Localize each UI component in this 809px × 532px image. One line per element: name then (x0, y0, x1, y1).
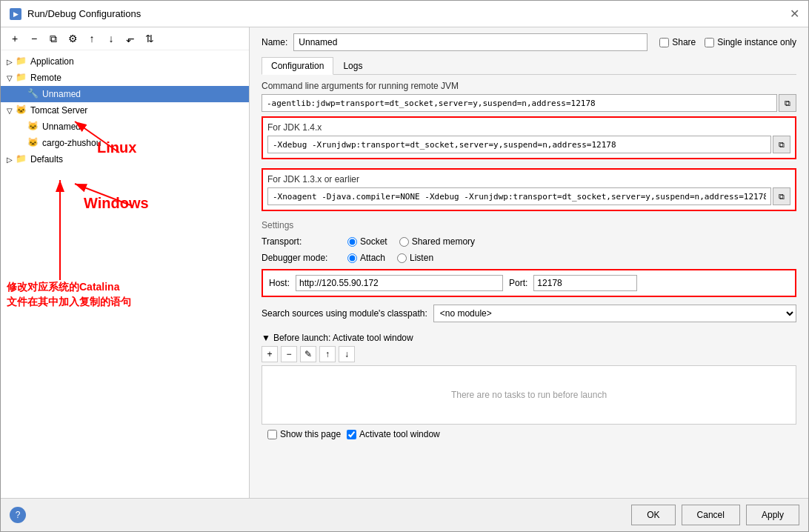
bl-remove-button[interactable]: − (281, 346, 297, 362)
debugger-attach[interactable]: Attach (347, 253, 385, 263)
bl-down-button[interactable]: ↓ (339, 346, 355, 362)
move-up-button[interactable]: ↑ (84, 30, 100, 47)
cargo-icon: 🐱 (27, 137, 39, 149)
cargo-label: cargo-zhushou (42, 138, 101, 148)
tree-item-defaults[interactable]: ▷ 📁 Defaults (1, 151, 249, 167)
port-input[interactable] (533, 275, 637, 291)
cmd-label: Command line arguments for running remot… (262, 81, 796, 91)
toggle-remote[interactable]: ▽ (4, 72, 16, 84)
jdk13-copy-button[interactable]: ⧉ (773, 187, 790, 205)
host-label: Host: (269, 278, 290, 288)
help-button[interactable]: ? (10, 507, 26, 523)
jdk14-field-wrapper: ⧉ (267, 136, 790, 153)
bl-up-button[interactable]: ↑ (319, 346, 336, 362)
tree-item-cargo[interactable]: 🐱 cargo-zhushou (1, 135, 249, 151)
transport-label: Transport: (262, 236, 336, 247)
defaults-label: Defaults (30, 154, 63, 164)
bl-add-button[interactable]: + (262, 346, 278, 362)
socket-radio[interactable] (347, 237, 357, 247)
tree-item-unnamed[interactable]: 🔧 Unnamed (1, 86, 249, 102)
bl-edit-button[interactable]: ✎ (300, 346, 316, 362)
cmd-copy-button[interactable]: ⧉ (779, 94, 796, 112)
remove-config-button[interactable]: − (26, 30, 42, 47)
debugger-mode-row: Debugger mode: Attach Listen (262, 253, 796, 263)
remote-label: Remote (30, 73, 61, 83)
folder-icon: 📁 (16, 56, 27, 67)
jdk13-field-wrapper: ⧉ (267, 187, 790, 205)
settings-config-button[interactable]: ⚙ (64, 30, 81, 47)
jdk14-input[interactable] (267, 136, 771, 153)
left-panel-inner: ▷ 📁 Application ▽ 📁 Remote 🔧 Un (1, 50, 249, 498)
attach-radio[interactable] (347, 253, 357, 263)
before-launch-section: ▼ Before launch: Activate tool window + … (262, 333, 796, 425)
listen-radio[interactable] (397, 253, 407, 263)
toggle-tomcat-unnamed (16, 121, 27, 133)
tab-logs[interactable]: Logs (333, 57, 372, 74)
tomcat-server-label: Tomcat Server (30, 105, 87, 116)
before-launch-header[interactable]: ▼ Before launch: Activate tool window (262, 333, 796, 343)
defaults-icon: 📁 (16, 153, 27, 165)
name-input[interactable] (293, 33, 647, 51)
transport-socket[interactable]: Socket (347, 236, 387, 247)
remote-config-icon: 🔧 (27, 88, 39, 100)
cmd-input[interactable] (262, 94, 777, 112)
activate-item: Activate tool window (347, 429, 440, 439)
share-label: Share (672, 37, 696, 47)
toggle-unnamed (16, 88, 27, 100)
jdk13-label: For JDK 1.3.x or earlier (267, 174, 790, 184)
title-bar: ▶ Run/Debug Configurations ✕ (1, 1, 808, 27)
socket-label: Socket (360, 236, 387, 247)
config-tree: ▷ 📁 Application ▽ 📁 Remote 🔧 Un (1, 50, 249, 498)
tree-item-tomcat-server[interactable]: ▽ 🐱 Tomcat Server (1, 102, 249, 119)
name-label: Name: (262, 37, 287, 47)
single-instance-label: Single instance only (717, 37, 796, 47)
tree-item-remote[interactable]: ▽ 📁 Remote (1, 70, 249, 86)
show-page-label: Show this page (280, 429, 341, 439)
classpath-select[interactable]: <no module> (433, 305, 796, 322)
tree-item-tomcat-unnamed[interactable]: 🐱 Unnamed (1, 119, 249, 135)
sort-button[interactable]: ⇅ (142, 30, 158, 47)
add-config-button[interactable]: + (7, 30, 23, 47)
share-item: Share (659, 37, 696, 47)
share-row: Share Single instance only (659, 37, 796, 47)
close-button[interactable]: ✕ (790, 7, 799, 21)
run-debug-window: ▶ Run/Debug Configurations ✕ + − ⧉ ⚙ ↑ ↓… (0, 0, 809, 532)
tomcat-config-icon: 🐱 (27, 121, 39, 133)
show-page-checkbox[interactable] (267, 430, 277, 439)
settings-label: Settings (262, 220, 796, 230)
single-instance-item: Single instance only (705, 37, 796, 47)
single-instance-checkbox[interactable] (705, 38, 714, 47)
title-bar-left: ▶ Run/Debug Configurations (10, 8, 141, 20)
toggle-tomcat[interactable]: ▽ (4, 104, 16, 116)
jdk13-input[interactable] (267, 187, 771, 205)
host-input[interactable] (296, 275, 503, 291)
footer-left: ? (10, 505, 625, 525)
toggle-application[interactable]: ▷ (4, 56, 16, 67)
ok-button[interactable]: OK (631, 505, 675, 525)
host-port-row: Host: Port: (262, 269, 796, 297)
share-checkbox[interactable] (659, 38, 669, 47)
toggle-defaults[interactable]: ▷ (4, 153, 16, 165)
tab-configuration[interactable]: Configuration (262, 57, 333, 75)
tree-item-application[interactable]: ▷ 📁 Application (1, 53, 249, 70)
collapse-icon: ▼ (262, 333, 270, 343)
copy-config-button[interactable]: ⧉ (45, 30, 61, 47)
port-label: Port: (509, 278, 527, 288)
jdk14-copy-button[interactable]: ⧉ (773, 136, 790, 153)
main-content: + − ⧉ ⚙ ↑ ↓ ⬐ ⇅ ▷ 📁 Application (1, 27, 808, 498)
debugger-radio-group: Attach Listen (347, 253, 433, 263)
move-into-button[interactable]: ⬐ (122, 30, 139, 47)
apply-button[interactable]: Apply (746, 505, 799, 525)
classpath-label: Search sources using module's classpath: (262, 308, 427, 319)
debugger-listen[interactable]: Listen (397, 253, 433, 263)
unnamed-label: Unnamed (42, 89, 81, 99)
activate-checkbox[interactable] (347, 430, 356, 439)
jdk14-box: For JDK 1.4.x ⧉ (262, 116, 796, 159)
transport-shared-memory[interactable]: Shared memory (399, 236, 475, 247)
shared-memory-radio[interactable] (399, 237, 409, 247)
cancel-button[interactable]: Cancel (682, 505, 740, 525)
application-label: Application (30, 56, 74, 67)
move-down-button[interactable]: ↓ (103, 30, 119, 47)
tomcat-folder-icon: 🐱 (16, 104, 27, 116)
before-launch-label: Before launch: Activate tool window (273, 333, 413, 343)
